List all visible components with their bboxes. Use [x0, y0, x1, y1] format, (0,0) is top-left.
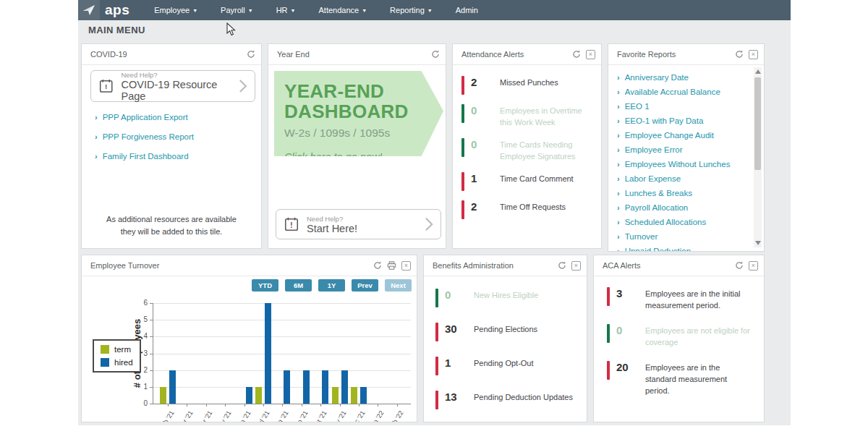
refresh-icon[interactable]: [246, 50, 255, 59]
close-icon[interactable]: ×: [586, 50, 595, 59]
report-link[interactable]: ›Labor Expense: [617, 174, 730, 183]
tile-title: Employee Turnover: [90, 261, 373, 270]
chart-bar-hired: [284, 370, 290, 404]
chart-btn-1y[interactable]: 1Y: [318, 279, 345, 292]
report-link[interactable]: ›Turnover: [617, 232, 730, 241]
alert-count: 2: [471, 200, 490, 213]
help-eyebrow: Need Help?: [121, 71, 231, 79]
x-tick-label: Dec '21: [344, 409, 367, 422]
attendance-alert-list: 2Missed Punches0Employees in Overtime th…: [453, 76, 601, 219]
chevron-down-icon: ▼: [427, 8, 433, 13]
report-link[interactable]: ›Employee Error: [617, 145, 730, 154]
close-icon[interactable]: ×: [571, 261, 581, 271]
scrollbar-thumb[interactable]: [754, 77, 761, 170]
calendar-alert-icon: !: [98, 77, 114, 95]
report-link[interactable]: ›Employee Change Audit: [617, 131, 730, 140]
report-link[interactable]: ›Payroll Allocation: [617, 203, 730, 212]
chart-btn-ytd[interactable]: YTD: [252, 279, 278, 292]
link-arrow-icon: ›: [617, 88, 620, 96]
gridline: [153, 320, 411, 320]
aps-logo[interactable]: aps: [78, 0, 129, 20]
report-link[interactable]: ›Available Accrual Balance: [617, 88, 730, 96]
print-icon[interactable]: [387, 261, 396, 271]
nav-item-admin[interactable]: Admin: [456, 6, 478, 14]
link-arrow-icon: ›: [617, 232, 620, 241]
nav-item-payroll[interactable]: Payroll▼: [221, 6, 253, 14]
nav-item-employee[interactable]: Employee▼: [154, 6, 197, 14]
refresh-icon[interactable]: [734, 50, 744, 59]
report-link-label: Turnover: [625, 232, 658, 241]
nav-item-label: HR: [276, 6, 288, 14]
alert-label: Missed Punches: [500, 76, 591, 89]
refresh-icon[interactable]: [571, 50, 581, 59]
year-end-banner[interactable]: YEAR-END DASHBOARD W-2s / 1099s / 1095s …: [274, 71, 443, 156]
tile-title: Benefits Administration: [433, 261, 557, 270]
report-link[interactable]: ›Unpaid Deduction: [617, 247, 730, 252]
refresh-icon[interactable]: [557, 261, 566, 271]
chart-btn-next[interactable]: Next: [385, 279, 412, 292]
nav-item-label: Reporting: [390, 6, 425, 14]
alert-count: 30: [445, 323, 464, 335]
alert-count: 3: [616, 287, 635, 299]
svg-text:!: !: [105, 82, 107, 90]
refresh-icon[interactable]: [430, 50, 440, 59]
chart-btn-6m[interactable]: 6M: [285, 279, 312, 292]
x-tick-mark: [225, 404, 226, 407]
chart-btn-prev[interactable]: Prev: [352, 279, 378, 292]
x-tick-mark: [302, 404, 302, 407]
report-link[interactable]: ›Employees Without Lunches: [617, 160, 730, 169]
covid-link[interactable]: ›PPP Application Export: [95, 113, 194, 122]
alert-severity-bar: [461, 172, 464, 191]
nav-item-attendance[interactable]: Attendance▼: [319, 6, 367, 14]
scrollbar[interactable]: [754, 67, 762, 247]
x-tick-mark: [397, 404, 398, 407]
nav-item-label: Payroll: [221, 6, 245, 14]
brand-name: aps: [105, 2, 129, 18]
report-link[interactable]: ›Scheduled Allocations: [617, 218, 730, 226]
chart-bar-hired: [322, 370, 328, 404]
gridline: [153, 354, 411, 354]
link-arrow-icon: ›: [617, 203, 620, 212]
x-tick-label: May '21: [210, 409, 233, 422]
close-icon[interactable]: ×: [749, 50, 758, 59]
alert-label: Time Cards Needing Employee Signatures: [500, 138, 591, 163]
close-icon[interactable]: ×: [749, 261, 758, 271]
y-tick-mark: [150, 303, 153, 304]
tile-title: Year End: [277, 50, 430, 59]
nav-item-label: Admin: [456, 6, 478, 14]
banner-subtitle: W-2s / 1099s / 1095s: [284, 127, 443, 140]
tile-benefits-admin: Benefits Administration × 0New Hires Eli…: [423, 255, 587, 422]
link-arrow-icon: ›: [617, 102, 620, 111]
close-icon[interactable]: ×: [401, 261, 411, 271]
scroll-down-icon[interactable]: [755, 241, 761, 245]
legend-item-term: term: [101, 345, 133, 354]
help-title: Start Here!: [307, 223, 357, 234]
nav-item-reporting[interactable]: Reporting▼: [390, 6, 433, 14]
favorite-reports-list: ›Anniversary Date›Available Accrual Bala…: [617, 73, 730, 252]
alert-item: 2Missed Punches: [461, 76, 592, 95]
alert-count: 0: [471, 138, 490, 150]
refresh-icon[interactable]: [734, 261, 744, 271]
screenshot-root: aps Employee▼Payroll▼HR▼Attendance▼Repor…: [0, 0, 868, 434]
covid-link[interactable]: ›Family First Dashboard: [95, 152, 194, 161]
gridline: [153, 370, 411, 371]
x-tick-label: Oct '21: [306, 409, 328, 422]
report-link-label: Scheduled Allocations: [625, 218, 707, 226]
refresh-icon[interactable]: [373, 261, 382, 271]
report-link[interactable]: ›EEO-1 with Pay Data: [617, 116, 730, 125]
scroll-up-icon[interactable]: [755, 69, 761, 74]
covid-help-card[interactable]: ! Need Help? COVID-19 Resource Page: [90, 70, 255, 102]
report-link[interactable]: ›Lunches & Breaks: [617, 189, 730, 197]
year-end-help-card[interactable]: ! Need Help? Start Here!: [276, 209, 441, 239]
y-tick-label: 2: [132, 366, 148, 374]
y-tick-mark: [150, 370, 153, 371]
alert-severity-bar: [607, 287, 610, 306]
x-tick-mark: [206, 404, 207, 407]
covid-link[interactable]: ›PPP Forgiveness Report: [95, 132, 194, 141]
alert-item: 13Pending Deduction Updates: [435, 391, 575, 409]
chevron-right-icon: [239, 77, 247, 95]
report-link[interactable]: ›EEO 1: [617, 102, 730, 111]
report-link[interactable]: ›Anniversary Date: [617, 73, 730, 82]
link-arrow-icon: ›: [617, 189, 620, 197]
nav-item-hr[interactable]: HR▼: [276, 6, 296, 14]
